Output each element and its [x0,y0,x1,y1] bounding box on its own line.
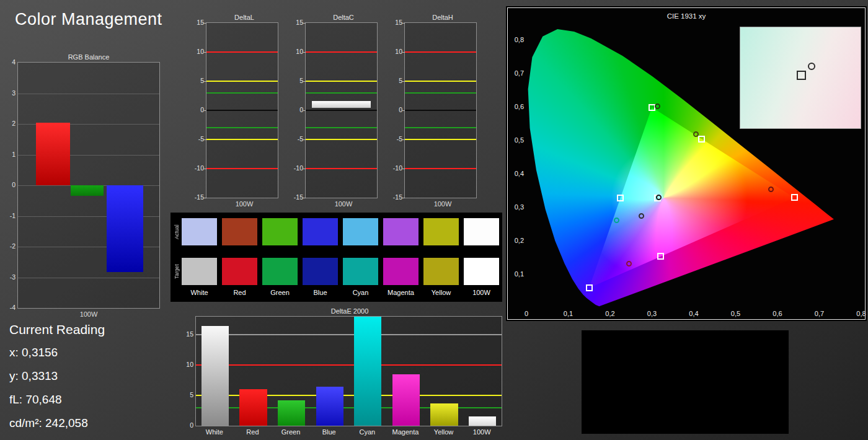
delta-c-xlabel: 100W [289,200,382,208]
deltae-bar-100w [469,416,496,426]
y-tick-label: 0 [389,106,402,113]
swatch-row-target: Target [172,258,502,285]
y-tick-label: 0 [180,421,193,429]
swatch-target-blue [303,258,338,285]
swatch-column-label: Green [262,289,298,296]
y-tick-label: 0,2 [509,237,524,244]
y-tick-label: -5 [389,135,402,143]
delta-plot-2: -15-10-5051015 [404,22,477,198]
delta-l-xlabel: 100W [190,200,283,208]
reference-line [206,168,278,169]
reference-line [405,81,476,82]
swatch-target-red [222,258,257,285]
y-tick-label: -1 [2,212,16,219]
y-tick-label: 10 [290,48,303,55]
y-tick-label: -5 [290,135,303,143]
measured-point-magenta [626,261,632,266]
reference-line [206,92,278,94]
zero-line [306,110,377,111]
measurement-preview-rect [582,330,789,434]
zero-line [405,110,476,111]
y-tick-label: -10 [389,164,402,172]
target-point-yellow [698,136,705,143]
swatch-column-labels: WhiteRedGreenBlueCyanMagentaYellow100W [182,289,502,296]
tick-mark [402,198,405,198]
reading-y: y: 0,3313 [9,369,105,383]
swatch-actual-cyan [343,218,378,245]
y-tick-label: 0,8 [509,36,524,43]
deltae-bar-green [278,400,305,426]
swatch-actual-magenta [383,218,418,245]
delta-e-2000-title: DeltaE 2000 [182,306,504,316]
tick-mark [303,198,306,198]
delta-value-bar [312,101,370,108]
cie-1931-title: CIE 1931 xy [508,12,865,20]
x-tick-label: 0,7 [812,310,828,317]
rgb-balance-plot: -4-3-2-101234 [17,62,160,309]
rgb-balance-title: RGB Balance [6,52,160,62]
reference-line [405,168,476,169]
x-tick-label: 0,4 [686,310,702,317]
y-tick-label: 4 [2,58,16,66]
reference-line [196,334,502,335]
swatch-actual-white [182,218,217,245]
x-category-label: Red [234,428,272,436]
swatch-column-label: Yellow [423,289,459,296]
delta-e-2000-chart: DeltaE 2000 151050 WhiteRedGreenBlueCyan… [182,306,504,436]
measured-point-white [656,195,662,200]
y-tick-label: 5 [180,391,193,398]
reference-line [206,81,278,82]
gridline [18,278,159,278]
y-tick-label: 5 [190,77,204,84]
reference-line [405,127,476,128]
swatch-target-green [262,258,298,285]
deltae-bar-white [202,326,229,426]
reading-x: x: 0,3156 [9,346,105,359]
swatch-column-label: 100W [464,289,499,296]
y-tick-label: 0 [2,181,16,188]
reference-line [306,168,377,169]
deltae-bar-cyan [354,317,381,426]
rgb-balance-chart: RGB Balance -4-3-2-101234 100W [6,52,160,318]
swatch-target-100w [464,258,499,285]
swatch-row-actual: Actual [172,218,502,245]
measured-point-gray [639,213,644,219]
swatch-actual-red [222,218,257,245]
delta-h-xlabel: 100W [388,200,481,208]
swatch-actual-blue [303,218,338,245]
y-tick-label: 15 [290,19,303,26]
swatch-column-label: White [182,289,217,296]
swatch-actual-yellow [423,218,459,245]
reference-line [306,127,377,128]
reference-line [306,92,377,94]
cie-1931-chart: CIE 1931 xy 00,10,20,30,40,50,60,70,80,8… [507,7,866,320]
y-tick-label: 10 [389,48,402,55]
x-category-label: Green [272,428,310,436]
swatch-column-label: Magenta [383,289,418,296]
x-tick-label: 0,6 [769,310,786,317]
x-tick-label: 0,2 [602,310,618,317]
deltae-xlabels: WhiteRedGreenBlueCyanMagentaYellow100W [195,428,504,436]
x-category-label: Magenta [386,428,425,436]
y-tick-label: -15 [190,193,204,201]
actual-swatches [182,218,499,245]
measured-point-yellow [693,131,699,137]
target-swatches [182,258,499,285]
reference-line [206,139,278,140]
swatch-column-label: Blue [303,289,338,296]
y-tick-label: 1 [2,151,16,158]
gridline [18,94,159,94]
y-tick-label: -10 [190,164,204,172]
tick-mark [402,23,405,24]
y-tick-label: -10 [290,164,303,172]
x-tick-label: 0,8 [853,310,868,317]
reference-line [405,51,476,53]
tick-mark [204,198,206,198]
x-tick-label: 0,5 [728,310,744,317]
y-tick-label: 3 [2,89,16,97]
tick-mark [303,23,306,24]
reference-line [206,127,278,128]
y-tick-label: 0,6 [509,103,524,110]
x-tick-label: 0,1 [560,310,577,317]
row-label-target: Target [172,258,180,285]
